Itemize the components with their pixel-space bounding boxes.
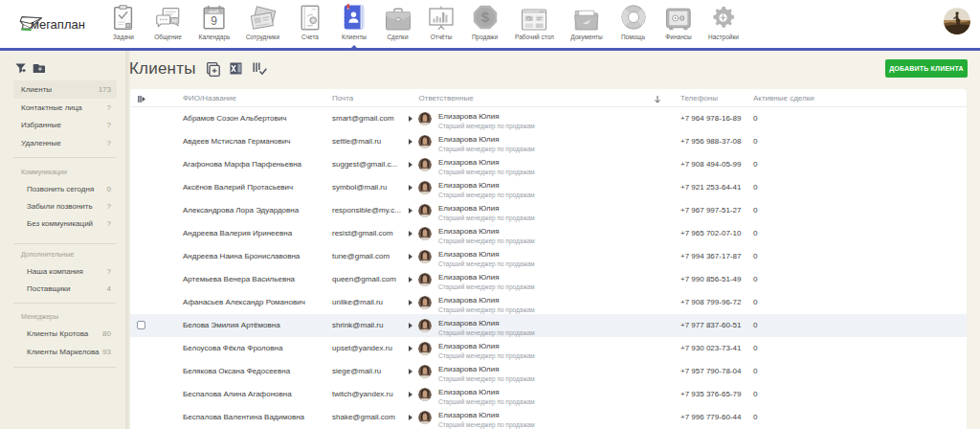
- svg-text:$: $: [480, 9, 489, 25]
- svg-text:9: 9: [212, 14, 218, 28]
- svg-text:нояб: нояб: [210, 10, 219, 14]
